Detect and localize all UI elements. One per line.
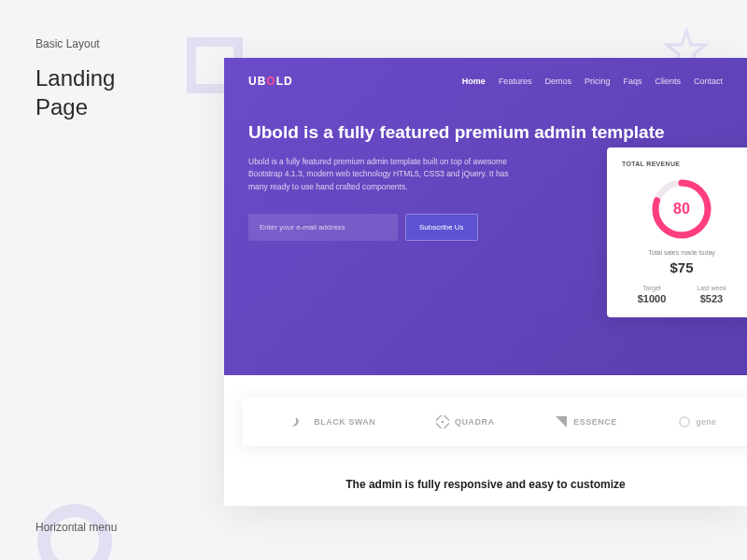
target-value: $1000 [622, 293, 682, 304]
widget-amount: $75 [622, 259, 741, 275]
hero-section: UBOLD Home Features Demos Pricing Faqs C… [224, 58, 747, 375]
nav-pricing[interactable]: Pricing [585, 77, 611, 86]
nav-features[interactable]: Features [499, 77, 532, 86]
widget-subtitle: Total sales made today [622, 249, 741, 256]
preview-frame: UBOLD Home Features Demos Pricing Faqs C… [224, 58, 747, 506]
navbar: UBOLD Home Features Demos Pricing Faqs C… [248, 75, 723, 88]
nav-clients[interactable]: Clients [655, 77, 681, 86]
swan-icon [291, 415, 308, 428]
svg-point-5 [680, 417, 689, 427]
svg-point-4 [442, 421, 444, 424]
revenue-gauge: 80 [649, 176, 714, 242]
section-heading: The admin is fully responsive and easy t… [224, 477, 747, 493]
target-label: Target [622, 285, 682, 291]
logo[interactable]: UBOLD [248, 75, 293, 88]
brand-black-swan: BLACK SWAN [291, 415, 375, 428]
meta-category: Basic Layout [35, 37, 100, 50]
square-icon [436, 415, 449, 428]
hero-body-text: Ubold is a fully featured premium admin … [248, 156, 510, 194]
page-title: LandingPage [35, 63, 115, 121]
nav-faqs[interactable]: Faqs [623, 77, 641, 86]
brands-strip: BLACK SWAN QUADRA ESSENCE gene [243, 398, 747, 446]
brand-gene: gene [678, 415, 717, 428]
lastweek-label: Last week [682, 285, 741, 291]
nav-contact[interactable]: Contact [694, 77, 723, 86]
brand-quadra: QUADRA [436, 415, 495, 428]
circle-icon [678, 415, 691, 428]
nav-home[interactable]: Home [462, 77, 486, 86]
revenue-widget: TOTAL REVENUE 80 Total sales made today … [607, 147, 747, 317]
widget-title: TOTAL REVENUE [622, 161, 741, 167]
nav-links: Home Features Demos Pricing Faqs Clients… [462, 77, 723, 86]
lastweek-value: $523 [682, 293, 741, 304]
gauge-value: 80 [673, 201, 690, 217]
brand-essence: ESSENCE [555, 415, 617, 428]
nav-demos[interactable]: Demos [544, 77, 571, 86]
email-field[interactable] [248, 214, 398, 241]
hero-headline: Ubold is a fully featured premium admin … [248, 121, 723, 145]
flag-icon [555, 415, 568, 428]
subscribe-button[interactable]: Subscribe Us [405, 214, 478, 241]
meta-footer: Horizontal menu [35, 521, 117, 534]
